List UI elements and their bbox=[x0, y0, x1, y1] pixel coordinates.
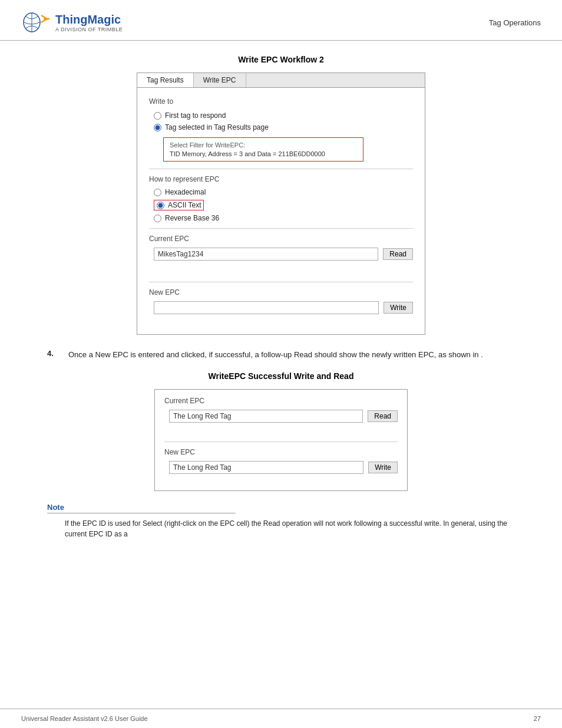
filter-value: TID Memory, Address = 3 and Data = 211BE… bbox=[170, 150, 357, 157]
radio-hex-label: Hexadecimal bbox=[165, 188, 206, 196]
radio-ascii[interactable]: ASCII Text bbox=[154, 200, 413, 210]
radio-tag-selected[interactable]: Tag selected in Tag Results page bbox=[154, 123, 413, 131]
success-current-epc-input[interactable] bbox=[169, 410, 363, 423]
divider1 bbox=[149, 169, 413, 169]
success-write-button[interactable]: Write bbox=[368, 462, 398, 473]
dialog-body: Write to First tag to respond Tag select… bbox=[137, 88, 425, 334]
current-epc-row: Read bbox=[154, 248, 413, 261]
radio-tag-selected-label: Tag selected in Tag Results page bbox=[165, 123, 269, 131]
dialog-tabs: Tag Results Write EPC bbox=[137, 73, 425, 88]
write-to-label: Write to bbox=[149, 97, 413, 106]
para4: 4. Once a New EPC is entered and clicked… bbox=[47, 349, 515, 361]
logo-area: ThingMagic A DIVISION OF TRIMBLE bbox=[21, 11, 123, 34]
spacer1 bbox=[149, 265, 413, 276]
write-epc-dialog: Tag Results Write EPC Write to First tag… bbox=[137, 73, 425, 335]
spacer4 bbox=[164, 479, 398, 483]
success-current-epc-label: Current EPC bbox=[164, 397, 398, 405]
divider2 bbox=[149, 228, 413, 229]
epc-format-radio-group: Hexadecimal ASCII Text Reverse Base 36 bbox=[154, 188, 413, 222]
radio-hex-input[interactable] bbox=[154, 189, 161, 196]
radio-ascii-input[interactable] bbox=[157, 202, 164, 209]
radio-hex[interactable]: Hexadecimal bbox=[154, 188, 413, 196]
radio-ascii-label: ASCII Text bbox=[168, 201, 201, 209]
filter-label: Select Filter for WriteEPC: bbox=[170, 141, 357, 149]
success-read-button[interactable]: Read bbox=[368, 410, 398, 422]
logo-text: ThingMagic A DIVISION OF TRIMBLE bbox=[55, 13, 123, 32]
note-label: Note bbox=[47, 503, 236, 513]
section1-title: Write EPC Workflow 2 bbox=[47, 55, 515, 64]
footer-left: Universal Reader Assistant v2.6 User Gui… bbox=[21, 715, 148, 722]
read-button[interactable]: Read bbox=[383, 248, 413, 260]
success-dialog-body: Current EPC Read New EPC Write bbox=[155, 390, 407, 490]
success-new-epc-input[interactable] bbox=[169, 461, 363, 474]
current-epc-input[interactable] bbox=[154, 248, 378, 261]
page-header: ThingMagic A DIVISION OF TRIMBLE Tag Ope… bbox=[0, 0, 562, 41]
success-current-epc-row: Read bbox=[169, 410, 398, 423]
current-epc-label: Current EPC bbox=[149, 235, 413, 243]
spacer2 bbox=[149, 319, 413, 325]
para4-text: Once a New EPC is entered and clicked, i… bbox=[68, 349, 483, 361]
how-to-label: How to represent EPC bbox=[149, 175, 413, 183]
radio-first-tag[interactable]: First tag to respond bbox=[154, 111, 413, 120]
radio-base36[interactable]: Reverse Base 36 bbox=[154, 214, 413, 222]
brand-sub: A DIVISION OF TRIMBLE bbox=[55, 27, 123, 32]
success-new-epc-label: New EPC bbox=[164, 448, 398, 456]
radio-base36-input[interactable] bbox=[154, 215, 161, 222]
write-button[interactable]: Write bbox=[384, 302, 413, 314]
page-title: Tag Operations bbox=[489, 18, 541, 27]
write-to-radio-group: First tag to respond Tag selected in Tag… bbox=[154, 111, 413, 131]
success-divider bbox=[164, 442, 398, 442]
radio-first-tag-input[interactable] bbox=[154, 112, 161, 120]
filter-box: Select Filter for WriteEPC: TID Memory, … bbox=[163, 137, 363, 162]
success-new-epc-row: Write bbox=[169, 461, 398, 474]
section2-title: WriteEPC Successful Write and Read bbox=[47, 371, 515, 381]
new-epc-label: New EPC bbox=[149, 288, 413, 297]
divider3 bbox=[149, 282, 413, 282]
write-epc-success-dialog: Current EPC Read New EPC Write bbox=[154, 389, 408, 491]
thingmagic-logo-icon bbox=[21, 11, 51, 34]
radio-first-tag-label: First tag to respond bbox=[165, 111, 226, 120]
note-section: Note If the EPC ID is used for Select (r… bbox=[47, 503, 515, 539]
page-footer: Universal Reader Assistant v2.6 User Gui… bbox=[0, 709, 562, 728]
brand-name: ThingMagic bbox=[55, 13, 123, 27]
new-epc-input[interactable] bbox=[154, 301, 379, 314]
page-content: Write EPC Workflow 2 Tag Results Write E… bbox=[0, 41, 562, 601]
footer-right: 27 bbox=[534, 715, 541, 722]
footer-spacer bbox=[47, 539, 515, 587]
spacer3 bbox=[164, 427, 398, 436]
tab-write-epc[interactable]: Write EPC bbox=[194, 73, 246, 87]
para4-number: 4. bbox=[47, 349, 59, 358]
tab-tag-results[interactable]: Tag Results bbox=[137, 73, 194, 87]
new-epc-row: Write bbox=[154, 301, 413, 314]
radio-base36-label: Reverse Base 36 bbox=[165, 214, 219, 222]
radio-tag-selected-input[interactable] bbox=[154, 124, 161, 131]
note-text: If the EPC ID is used for Select (right-… bbox=[65, 518, 515, 539]
